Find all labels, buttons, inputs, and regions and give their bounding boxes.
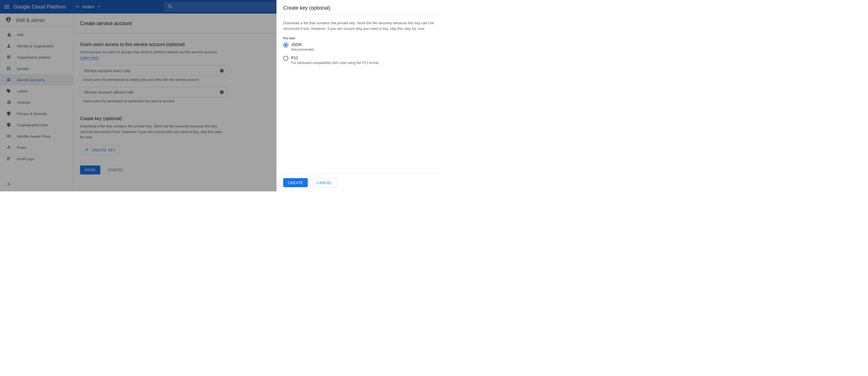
radio-icon [283, 42, 288, 48]
drawer-desc: Download a file that contains the privat… [283, 20, 434, 31]
radio-p12[interactable]: P12 For backward compatibility with code… [283, 56, 434, 65]
drawer-cancel-button[interactable]: CANCEL [312, 178, 337, 187]
radio-p12-label: P12 [291, 56, 378, 60]
create-key-drawer: Create key (optional) Download a file th… [276, 0, 441, 191]
key-type-label: Key type [283, 36, 434, 40]
radio-json[interactable]: JSON Recommended [283, 42, 434, 52]
drawer-title: Create key (optional) [276, 0, 441, 14]
radio-p12-sub: For backward compatibility with code usi… [291, 61, 378, 65]
radio-json-label: JSON [291, 42, 314, 47]
drawer-create-button[interactable]: CREATE [283, 178, 308, 187]
radio-json-sub: Recommended [291, 48, 314, 52]
radio-icon [283, 56, 288, 61]
